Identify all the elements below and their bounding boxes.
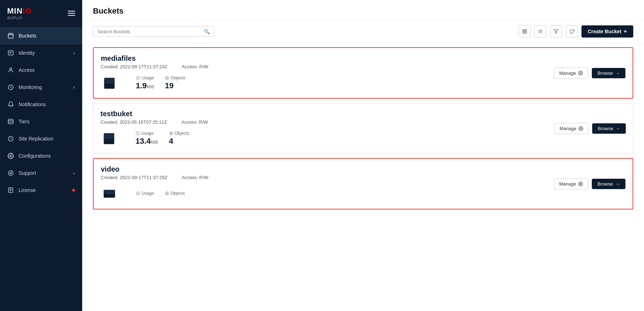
bucket-actions-mediafiles: Manage Browse →	[554, 68, 625, 79]
sidebar-item-notifications[interactable]: Notifications	[0, 96, 82, 113]
svg-rect-27	[104, 78, 114, 80]
monitoring-icon	[7, 84, 14, 91]
configurations-icon	[7, 152, 14, 159]
svg-point-4	[10, 68, 12, 70]
hamburger-menu-icon[interactable]	[68, 11, 75, 16]
bucket-name: video	[101, 165, 547, 173]
arrow-right-icon: →	[615, 70, 620, 76]
svg-rect-25	[104, 82, 114, 84]
sidebar-nav: Buckets Identity ∧ Access Monitoring ∧	[0, 24, 82, 311]
bucket-name: mediafiles	[101, 54, 547, 63]
sidebar-item-site-replication[interactable]: Site Replication	[0, 130, 82, 147]
svg-rect-26	[104, 84, 114, 85]
bucket-row: mediafiles Created: 2022-09-17T11:37:24Z…	[93, 47, 633, 99]
bucket-actions-testbuket: Manage Browse →	[554, 123, 626, 134]
sidebar-item-tiers[interactable]: Tiers	[0, 113, 82, 130]
filter-button[interactable]	[550, 25, 562, 38]
svg-rect-17	[522, 32, 524, 33]
objects-label: Objects	[165, 191, 185, 196]
svg-point-30	[167, 78, 168, 79]
objects-stat: Objects 19	[165, 75, 185, 90]
bucket-access: Access: R/W	[182, 64, 208, 69]
svg-rect-35	[104, 139, 114, 141]
usage-value: 13.4MiB	[135, 137, 158, 146]
bucket-actions-video: Manage Browse →	[554, 178, 625, 189]
svg-point-6	[8, 119, 13, 121]
search-icon: 🔍	[204, 29, 210, 34]
sidebar-item-license[interactable]: License	[0, 182, 82, 199]
manage-button[interactable]: Manage	[554, 123, 589, 134]
license-icon	[7, 187, 14, 194]
svg-point-46	[166, 193, 167, 194]
sidebar-item-label-license: License	[19, 187, 68, 193]
usage-label: Usage	[136, 191, 154, 196]
svg-point-47	[580, 183, 581, 184]
bucket-icon	[7, 32, 14, 39]
bucket-meta: Created: 2022-09-17T11:37:24Z Access: R/…	[101, 64, 547, 69]
svg-rect-16	[525, 30, 526, 31]
svg-rect-15	[522, 30, 524, 31]
svg-point-8	[10, 155, 12, 157]
logo-brand: MINIO	[7, 6, 32, 16]
browse-button[interactable]: Browse →	[592, 123, 626, 134]
svg-rect-43	[104, 192, 115, 194]
bucket-icon-wrap	[100, 130, 118, 147]
sidebar-logo: MINIO AGPLv3	[0, 0, 82, 24]
bucket-stats: Usage 13.4MiB Objects 4	[100, 130, 547, 147]
replication-icon	[7, 135, 14, 142]
browse-button[interactable]: Browse →	[592, 68, 625, 78]
create-bucket-label: Create Bucket	[588, 29, 621, 34]
tiers-icon	[7, 118, 14, 125]
usage-value: 1.9MiB	[136, 81, 154, 90]
svg-rect-34	[104, 137, 114, 139]
svg-point-10	[10, 172, 12, 174]
page-header: Buckets	[82, 0, 644, 20]
toolbar: 🔍 Create Bucket +	[82, 20, 644, 44]
sidebar-item-support[interactable]: Support ∧	[0, 164, 82, 182]
bucket-row: testbuket Created: 2023-05-16T07:25:11Z …	[93, 103, 633, 154]
sidebar-item-label-buckets: Buckets	[19, 33, 75, 39]
svg-point-38	[169, 132, 173, 135]
search-input[interactable]	[98, 29, 204, 34]
logo-text: MINIO AGPLv3	[7, 6, 32, 20]
usage-stat: Usage 13.4MiB	[135, 131, 158, 146]
bucket-access: Access: R/W	[182, 175, 208, 180]
svg-rect-36	[104, 133, 114, 136]
grid-view-button[interactable]	[519, 25, 531, 38]
bucket-icon-wrap	[101, 74, 118, 92]
bucket-info-testbuket: testbuket Created: 2023-05-16T07:25:11Z …	[100, 110, 547, 147]
bucket-info-video: video Created: 2022-09-17T11:37:29Z Acce…	[101, 165, 547, 202]
sidebar-item-access[interactable]: Access	[0, 61, 82, 79]
chevron-down-icon-monitoring: ∧	[73, 85, 75, 89]
objects-value: 4	[169, 137, 189, 146]
usage-label: Usage	[135, 131, 158, 136]
browse-button[interactable]: Browse →	[592, 179, 625, 189]
svg-rect-0	[8, 35, 13, 38]
sidebar-item-monitoring[interactable]: Monitoring ∧	[0, 79, 82, 96]
create-bucket-button[interactable]: Create Bucket +	[581, 25, 634, 38]
sidebar-item-label-site-replication: Site Replication	[19, 136, 75, 142]
sidebar-item-identity[interactable]: Identity ∧	[0, 44, 82, 61]
svg-point-45	[165, 192, 168, 195]
list-view-button[interactable]	[534, 25, 546, 38]
plus-icon: +	[624, 28, 627, 35]
bucket-stats: Usage Objects	[101, 185, 547, 202]
manage-button[interactable]: Manage	[554, 68, 588, 79]
svg-point-40	[580, 128, 581, 129]
sidebar: MINIO AGPLv3 Buckets Identity ∧	[0, 0, 82, 311]
sidebar-item-label-notifications: Notifications	[19, 102, 75, 107]
sidebar-item-buckets[interactable]: Buckets	[0, 27, 82, 44]
sidebar-item-configurations[interactable]: Configurations	[0, 147, 82, 164]
refresh-button[interactable]	[566, 25, 578, 38]
bucket-stats: Usage 1.9MiB Objects 19	[101, 74, 547, 92]
access-icon	[7, 66, 14, 74]
svg-point-9	[8, 171, 13, 176]
sidebar-item-label-monitoring: Monitoring	[19, 84, 68, 90]
bucket-row: video Created: 2022-09-17T11:37:29Z Acce…	[93, 158, 633, 209]
sidebar-item-label-support: Support	[19, 170, 68, 176]
bucket-created: Created: 2023-05-16T07:25:11Z	[100, 119, 167, 125]
main-content: Buckets 🔍 Create Bucket + mediafiles	[82, 0, 644, 311]
manage-button[interactable]: Manage	[554, 178, 588, 189]
search-box[interactable]: 🔍	[93, 26, 214, 37]
usage-stat: Usage	[136, 191, 154, 197]
